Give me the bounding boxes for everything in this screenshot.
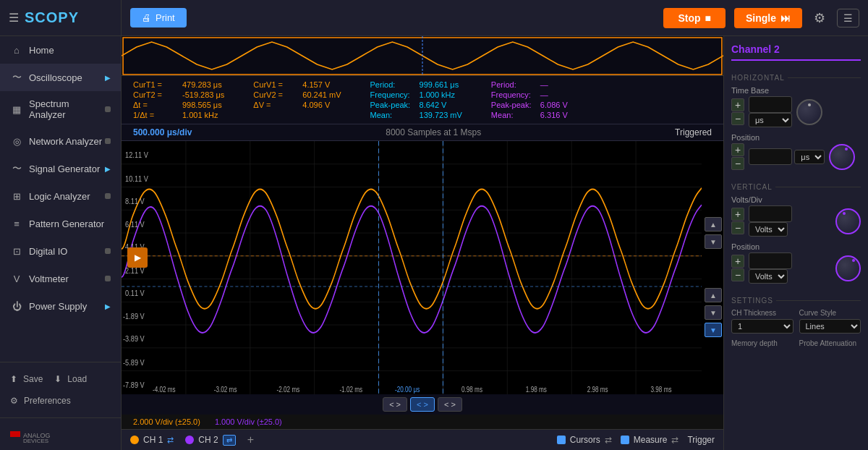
gear-icon: ⚙ [10,396,18,406]
settings-row: CH Thickness 1 2 Curve Style Lines Dots [731,309,861,334]
sidebar-item-digital[interactable]: ⊡ Digital IO [0,237,121,265]
svg-text:1.98 ms: 1.98 ms [526,386,547,394]
delta-t-label: Δt = [133,101,176,109]
time-base-minus[interactable]: − [731,112,744,125]
volts-div-input[interactable]: 1 [749,205,792,222]
scroll-select-ch2[interactable]: ▼ [705,323,722,337]
toolbar: 🖨 Print Stop ■ Single ⏭ ⚙ ☰ [122,0,868,36]
nav-right[interactable]: < > [438,397,462,412]
ch2-freq-val: — [540,90,548,99]
ch2-item[interactable]: CH 2 ⇄ [185,435,235,446]
ch1-settings-icon[interactable]: ⇄ [167,436,174,445]
cur-v2-label: CurV2 = [253,90,297,99]
sidebar-item-spectrum[interactable]: ▦ Spectrum Analyzer [0,91,121,127]
h-position-input[interactable]: -20 [749,148,792,165]
svg-text:-4.02 ms: -4.02 ms [153,386,176,394]
stop-button[interactable]: Stop ■ [663,8,726,28]
v-position-knob[interactable] [835,255,861,281]
cur-v1-val: 4.157 V [302,80,330,89]
ch-thickness-col: CH Thickness 1 2 [731,309,793,334]
v-pos-minus[interactable]: − [731,268,744,281]
volts-knob[interactable] [835,208,861,234]
ch1-item[interactable]: CH 1 ⇄ [130,435,174,445]
v-position-input[interactable]: -7.711 [749,252,792,269]
time-base-plus[interactable]: + [731,98,744,111]
channel-scale-labels: 2.000 V/div (±25.0) 1.000 V/div (±25.0) [122,415,723,429]
sidebar-item-network[interactable]: ◎ Network Analyzer [0,127,121,155]
freq-mean-label: Mean: [370,111,414,119]
add-channel-button[interactable]: + [247,433,254,446]
curve-style-select[interactable]: Lines Dots [799,319,861,334]
inv-dt-val: 1.001 kHz [182,111,218,119]
scroll-down-ch2[interactable]: ▼ [705,305,722,320]
cursors-settings-icon[interactable]: ⇄ [605,435,612,445]
preferences-button[interactable]: ⚙ Preferences [0,390,121,412]
sidebar-item-voltmeter[interactable]: V Voltmeter [0,265,121,292]
sidebar-item-oscilloscope[interactable]: 〜 Oscilloscope ▶ [0,64,121,91]
h-position-unit[interactable]: μs [794,150,825,164]
print-button[interactable]: 🖨 Print [130,8,187,27]
cursors-item[interactable]: Cursors ⇄ [557,435,612,445]
chart-container: 12.11 V 10.11 V 8.11 V 6.11 V 4.11 V 2.1… [122,141,723,394]
v-position-unit[interactable]: Volts [749,269,788,284]
load-icon: ⬇ [54,374,61,384]
h-pos-plus[interactable]: + [731,143,744,156]
h-pos-minus[interactable]: − [731,157,744,170]
trigger-item[interactable]: Trigger [687,435,715,445]
h-position-knob[interactable] [829,144,855,170]
time-base-input[interactable]: 500 [749,96,792,113]
volts-minus[interactable]: − [731,221,744,234]
ch2-mean-val: 6.316 V [540,111,568,119]
single-button[interactable]: Single ⏭ [734,8,802,28]
v-pos-plus[interactable]: + [731,255,744,268]
sidebar-item-logic[interactable]: ⊞ Logic Analyzer [0,182,121,210]
memory-probe-row: Memory depth Probe Attenuation [731,339,861,349]
ch2-mean-label: Mean: [491,111,535,119]
sidebar-item-signal[interactable]: 〜 Signal Generator ▶ [0,155,121,182]
save-button[interactable]: ⬆ Save ⬇ Load [0,368,121,390]
sidebar-item-pattern[interactable]: ≡ Pattern Generator [0,210,121,237]
sidebar: ☰ SCOPY ⌂ Home 〜 Oscilloscope ▶ ▦ Spectr… [0,0,122,450]
ch-thickness-select[interactable]: 1 2 [731,319,793,334]
sidebar-bottom: ⬆ Save ⬇ Load ⚙ Preferences [0,362,121,417]
ch1-position-arrow[interactable]: ▶ [127,247,148,268]
svg-text:-7.89 V: -7.89 V [123,380,145,389]
time-base-control: Time Base + − 500 μs [731,86,861,127]
sidebar-item-power[interactable]: ⏻ Power Supply ▶ [0,292,121,320]
volts-div-unit[interactable]: Volts [749,222,788,237]
app-logo: SCOPY [25,9,79,26]
volts-plus[interactable]: + [731,208,744,221]
menu-button[interactable]: ☰ [837,9,859,27]
svg-text:8.11 V: 8.11 V [125,196,145,205]
samples-label: 8000 Samples at 1 Msps [386,127,481,137]
measurements-bar: CurT1 = 479.283 μs CurT2 = -519.283 μs Δ… [122,76,723,124]
time-base-unit[interactable]: μs [749,113,792,127]
hamburger-icon[interactable]: ☰ [9,11,19,25]
measure-settings-icon[interactable]: ⇄ [671,435,678,445]
time-base-knob[interactable] [796,99,822,125]
save-icon: ⬆ [10,374,17,384]
spectrum-icon: ▦ [10,103,23,116]
svg-text:0.98 ms: 0.98 ms [461,386,482,394]
spectrum-dot [105,106,111,112]
nav-center[interactable]: < > [410,397,435,412]
nav-left[interactable]: < > [383,397,407,412]
memory-depth-col: Memory depth [731,339,793,349]
measure-item[interactable]: Measure ⇄ [621,435,679,445]
analog-devices-logo: ANALOG DEVICES [0,417,121,450]
digital-dot [105,248,111,254]
svg-rect-0 [10,431,20,437]
settings-button[interactable]: ⚙ [811,7,828,29]
delta-v-label: ΔV = [253,101,297,109]
status-bar: 500.000 μs/div 8000 Samples at 1 Msps Tr… [122,124,723,141]
sidebar-item-home[interactable]: ⌂ Home [0,36,121,64]
svg-text:-3.02 ms: -3.02 ms [214,386,237,394]
scroll-up-ch2[interactable]: ▲ [705,288,722,302]
scroll-down-ch1[interactable]: ▼ [705,234,722,249]
inv-dt-label: 1/Δt = [133,111,176,119]
svg-text:-1.02 ms: -1.02 ms [339,386,362,394]
scroll-up-ch1[interactable]: ▲ [705,217,722,232]
time-div-label: 500.000 μs/div [133,127,192,137]
stop-icon: ■ [705,12,711,24]
settings-section: SETTINGS [731,297,861,305]
